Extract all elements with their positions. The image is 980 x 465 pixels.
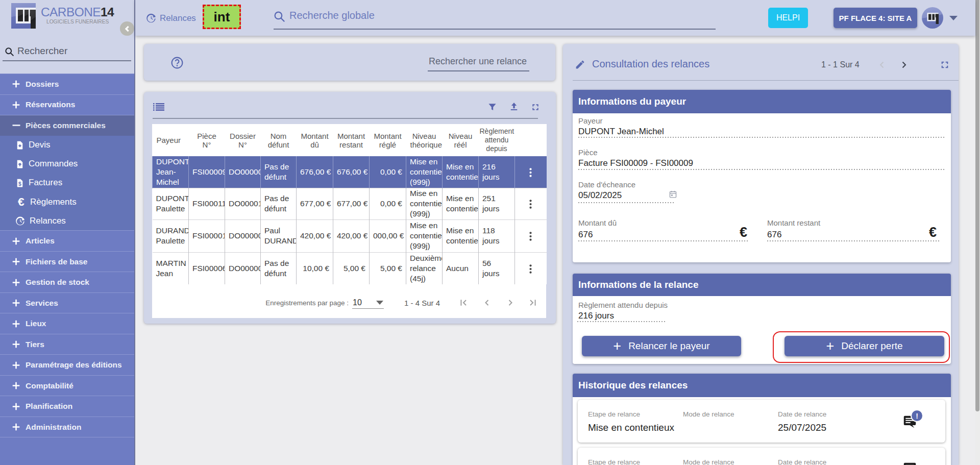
svg-text:$: $ (18, 181, 21, 187)
svg-text:€: € (18, 197, 24, 207)
